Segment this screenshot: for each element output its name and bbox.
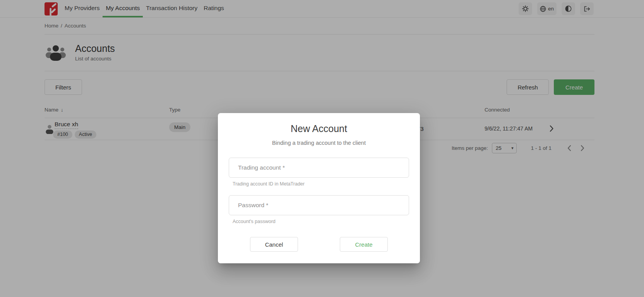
dialog-create-button[interactable]: Create — [340, 237, 388, 252]
trading-account-hint: Trading account ID in MetaTrader — [233, 181, 409, 187]
dialog-actions: Cancel Create — [229, 237, 409, 252]
password-input[interactable] — [229, 195, 409, 215]
password-hint: Account's password — [233, 219, 409, 224]
trading-account-field-group: Trading account ID in MetaTrader — [229, 158, 409, 187]
new-account-dialog: New Account Binding a trading account to… — [218, 113, 420, 263]
dialog-title: New Account — [229, 123, 409, 134]
trading-account-input[interactable] — [229, 158, 409, 178]
password-field-group: Account's password — [229, 195, 409, 224]
cancel-button[interactable]: Cancel — [250, 237, 298, 252]
dialog-subtitle: Binding a trading account to the client — [229, 140, 409, 146]
